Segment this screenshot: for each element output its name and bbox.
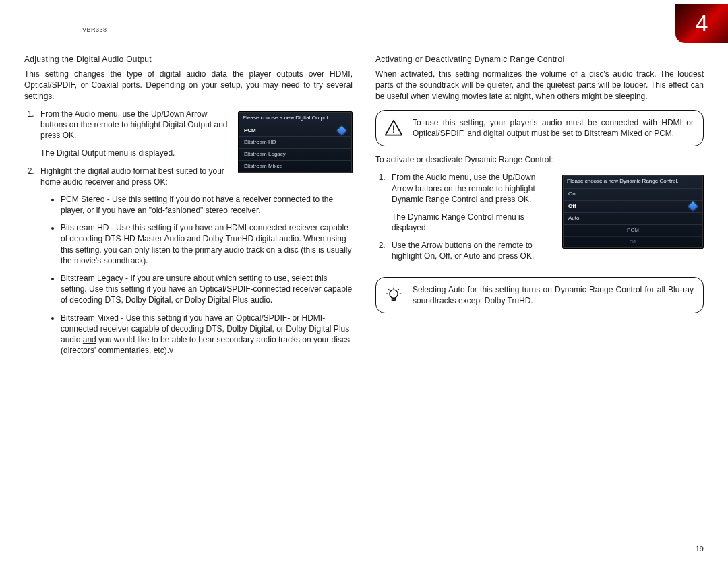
screenshot-footer-off: Off: [563, 236, 703, 248]
section-title-digital-output: Adjusting the Digital Audio Output: [24, 54, 353, 65]
svg-rect-1: [393, 131, 394, 133]
menu-option-auto: Auto: [563, 212, 703, 224]
digital-output-menu-screenshot: Please choose a new Digital Output. PCM …: [238, 111, 353, 173]
menu-option-bitstream-mixed: Bitstream Mixed: [239, 160, 352, 173]
bullet-pcm-stereo: PCM Stereo - Use this setting if you do …: [61, 194, 353, 216]
svg-point-2: [390, 290, 398, 298]
step-2: Highlight the digital audio format best …: [36, 166, 353, 356]
menu-option-on: On: [563, 188, 703, 200]
right-column: Activating or Deactivating Dynamic Range…: [375, 54, 704, 369]
drc-menu-screenshot: Please choose a new Dynamic Range Contro…: [562, 175, 704, 249]
drc-intro: When activated, this setting normalizes …: [375, 69, 704, 102]
left-column: Adjusting the Digital Audio Output This …: [24, 54, 353, 369]
menu-option-off: Off: [563, 200, 703, 212]
chapter-number: 4: [696, 8, 708, 39]
svg-rect-0: [393, 125, 394, 130]
screenshot-caption: Please choose a new Digital Output.: [239, 112, 352, 125]
bullet-bitstream-hd: Bitstream HD - Use this setting if you h…: [61, 222, 353, 266]
model-code: VBR338: [82, 26, 107, 34]
screenshot-footer-pcm: PCM: [563, 224, 703, 237]
selection-diamond-icon: [688, 201, 698, 211]
drc-lead: To activate or deactivate Dynamic Range …: [375, 154, 704, 165]
screenshot-caption: Please choose a new Dynamic Range Contro…: [563, 175, 703, 188]
page-number: 19: [696, 544, 704, 554]
section-title-drc: Activating or Deactivating Dynamic Range…: [375, 54, 704, 65]
chapter-badge: 4: [675, 4, 728, 43]
selection-diamond-icon: [337, 126, 346, 135]
intro-paragraph: This setting changes the type of digital…: [24, 69, 353, 102]
menu-option-bitstream-hd: Bitstream HD: [239, 136, 352, 148]
menu-option-pcm: PCM: [239, 125, 352, 137]
tip-box: Selecting Auto for this setting turns on…: [375, 277, 704, 313]
warning-box: To use this setting, your player's audio…: [375, 110, 704, 146]
bullet-bitstream-mixed: Bitstream Mixed - Use this setting if yo…: [61, 313, 353, 356]
lightbulb-icon: [384, 286, 403, 305]
bullet-bitstream-legacy: Bitstream Legacy - If you are unsure abo…: [61, 273, 353, 306]
menu-option-bitstream-legacy: Bitstream Legacy: [239, 148, 352, 160]
warning-icon: [384, 119, 403, 137]
